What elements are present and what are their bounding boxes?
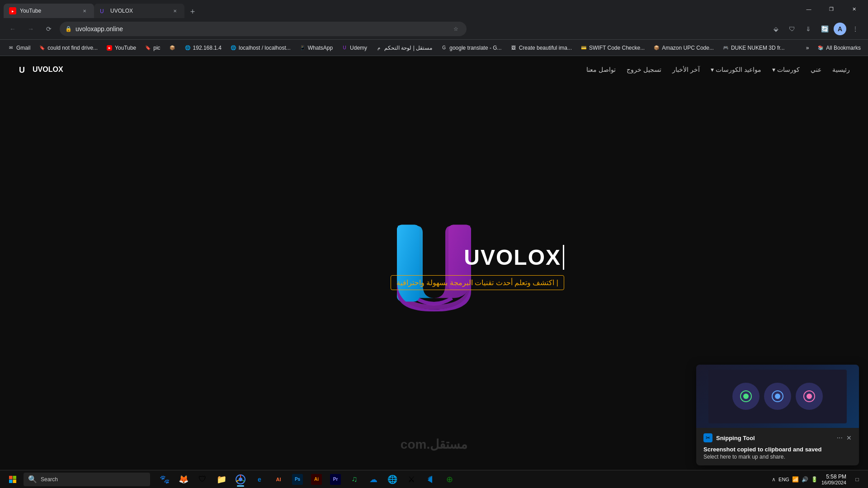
svg-point-12: [807, 394, 812, 399]
address-bar[interactable]: 🔒 uvoloxapp.online ☆: [60, 22, 467, 36]
snipping-tool-notification[interactable]: ✂ Snipping Tool ··· ✕ Screenshot copied …: [696, 365, 859, 465]
notification-center-icon[interactable]: □: [850, 472, 864, 487]
bookmark-googletranslate[interactable]: G google translate - G...: [437, 42, 505, 54]
taskbar-app-ai[interactable]: AI: [269, 471, 288, 488]
bookmark-star-icon[interactable]: ☆: [450, 23, 461, 34]
nav-link-about[interactable]: عني: [811, 66, 821, 73]
bookmark-mostaql-label: مستقل | لوحة التحكم: [384, 45, 432, 51]
bookmark-localhost[interactable]: 🌐 localhost / localhost...: [226, 42, 294, 54]
snipping-menu-icon[interactable]: ···: [837, 434, 843, 442]
taskbar-app-cortana[interactable]: 🐾: [156, 471, 174, 488]
bookmark-mostaql[interactable]: م مستقل | لوحة التحكم: [372, 42, 436, 54]
language-indicator[interactable]: ENG: [778, 477, 789, 482]
svg-point-18: [239, 478, 242, 481]
nav-right: ⬙ 🛡 ⇓ 🔄 A ⋮: [769, 22, 863, 36]
nav-link-login[interactable]: تسجيل خروج: [627, 66, 661, 73]
bookmark-whatsapp[interactable]: 📱 WhatsApp: [295, 42, 336, 54]
bookmark-dukenukem-label: DUKE NUKEM 3D fr...: [731, 45, 785, 51]
profile-shield-icon[interactable]: 🛡: [785, 22, 799, 36]
taskbar-app-chrome[interactable]: [231, 471, 250, 488]
edge-icon: e: [254, 474, 265, 485]
bookmark-udemy-label: Udemy: [350, 45, 367, 51]
taskbar-app-shield2[interactable]: ⚔: [402, 471, 420, 488]
snipping-tool-icon: ✂: [703, 433, 712, 442]
couldnotfind-favicon-icon: 🔖: [38, 44, 46, 52]
new-tab-button[interactable]: +: [186, 5, 199, 18]
taskbar-app-spotify[interactable]: ♫: [345, 471, 363, 488]
close-button[interactable]: ✕: [844, 2, 864, 16]
nav-link-courses[interactable]: كورسات ▾: [772, 66, 800, 73]
site-logo[interactable]: U UVOLOX: [18, 64, 63, 75]
tab-uvolox-close-icon[interactable]: ✕: [171, 7, 179, 15]
menu-icon[interactable]: ⋮: [848, 22, 863, 36]
windows-logo-icon: [9, 475, 17, 483]
taskbar-app-folder[interactable]: 📁: [212, 471, 231, 488]
bookmark-amazonupc[interactable]: 📦 Amazon UPC Code...: [649, 42, 717, 54]
taskbar-app-premiere[interactable]: Pr: [326, 471, 344, 488]
tab-uvolox[interactable]: U UVOLOX ✕: [94, 4, 184, 18]
taskbar-app-vscode[interactable]: [421, 471, 439, 488]
svg-rect-16: [13, 479, 17, 483]
minimize-button[interactable]: —: [798, 2, 819, 16]
reload-button[interactable]: ⟳: [42, 22, 56, 36]
battery-icon[interactable]: 🔋: [811, 476, 818, 483]
taskbar-app-firefox[interactable]: 🦊: [175, 471, 193, 488]
bookmark-createbeautiful-label: Create beautiful ima...: [519, 45, 572, 51]
bookmark-amazonupc-label: Amazon UPC Code...: [662, 45, 714, 51]
maximize-button[interactable]: ❐: [821, 2, 842, 16]
bookmark-udemy[interactable]: U Udemy: [337, 42, 371, 54]
taskbar-app-onedrive[interactable]: ☁: [364, 471, 382, 488]
bookmark-couldnotfind-label: could not find drive...: [47, 45, 98, 51]
bookmark-ip[interactable]: 🌐 192.168.1.4: [180, 42, 225, 54]
tray-chevron-icon[interactable]: ∧: [772, 476, 776, 483]
taskbar-app-security[interactable]: 🛡: [193, 471, 212, 488]
taskbar-app-illustrator[interactable]: Ai: [307, 471, 326, 488]
bookmark-dukenukem[interactable]: 🎮 DUKE NUKEM 3D fr...: [718, 42, 788, 54]
svg-point-10: [775, 394, 780, 399]
nav-link-contact[interactable]: تواصل معنا: [586, 66, 616, 73]
bookmark-pic[interactable]: 🔖 pic: [141, 42, 164, 54]
bookmark-googletranslate-label: google translate - G...: [449, 45, 501, 51]
extensions-icon[interactable]: ⬙: [769, 22, 783, 36]
nav-link-news[interactable]: آخر الأخبار: [672, 66, 700, 73]
bookmark-amazon[interactable]: 📦: [165, 42, 179, 54]
site-logo-icon: U: [18, 64, 29, 75]
svg-rect-13: [9, 476, 13, 479]
downloads-icon[interactable]: ⇓: [801, 22, 816, 36]
dukenukem-favicon-icon: 🎮: [722, 44, 729, 52]
taskbar-app-xbox[interactable]: ⊕: [440, 471, 458, 488]
back-button[interactable]: ←: [5, 22, 20, 36]
snipping-header: ✂ Snipping Tool ··· ✕: [703, 433, 852, 442]
nav-link-schedule[interactable]: مواعيد الكورسات ▾: [711, 66, 761, 73]
bookmark-gmail[interactable]: ✉ Gmail: [4, 42, 34, 54]
profile-avatar[interactable]: A: [834, 23, 846, 35]
nav-link-home[interactable]: رئيسية: [832, 66, 850, 73]
system-tray: ∧ ENG 📶 🔊 🔋: [772, 476, 818, 483]
tab-youtube[interactable]: YouTube ✕: [4, 4, 94, 18]
taskbar-app-browser2[interactable]: 🌐: [383, 471, 401, 488]
volume-icon[interactable]: 🔊: [802, 476, 808, 483]
lock-icon: 🔒: [65, 26, 72, 32]
tab-youtube-close-icon[interactable]: ✕: [80, 7, 89, 15]
world-icon: 🌐: [387, 474, 398, 485]
taskbar-app-photoshop[interactable]: Ps: [288, 471, 307, 488]
bookmark-swiftcode[interactable]: 💳 SWIFT Code Checke...: [576, 42, 648, 54]
gmail-favicon-icon: ✉: [7, 44, 14, 52]
clock[interactable]: 5:58 PM 16/09/2024: [821, 474, 846, 485]
xbox-icon: ⊕: [444, 474, 455, 485]
forward-button[interactable]: →: [24, 22, 38, 36]
taskbar-app-edge[interactable]: e: [250, 471, 269, 488]
bookmark-createbeautiful[interactable]: 🖼 Create beautiful ima...: [506, 42, 576, 54]
wifi-icon[interactable]: 📶: [792, 476, 799, 483]
taskbar-search[interactable]: 🔍 Search: [24, 473, 150, 486]
snipping-close-icon[interactable]: ✕: [846, 434, 852, 441]
bookmark-more-icon[interactable]: »: [802, 42, 813, 54]
bookmark-couldnotfind[interactable]: 🔖 could not find drive...: [35, 42, 101, 54]
clock-time: 5:58 PM: [821, 474, 846, 480]
sync-icon[interactable]: 🔄: [817, 22, 832, 36]
youtube-bm-favicon-icon: [106, 44, 113, 52]
bookmark-whatsapp-label: WhatsApp: [308, 45, 333, 51]
bookmark-youtube[interactable]: YouTube: [102, 42, 140, 54]
bookmark-allbookmarks[interactable]: 📚 All Bookmarks: [813, 42, 864, 54]
start-button[interactable]: [4, 471, 22, 488]
